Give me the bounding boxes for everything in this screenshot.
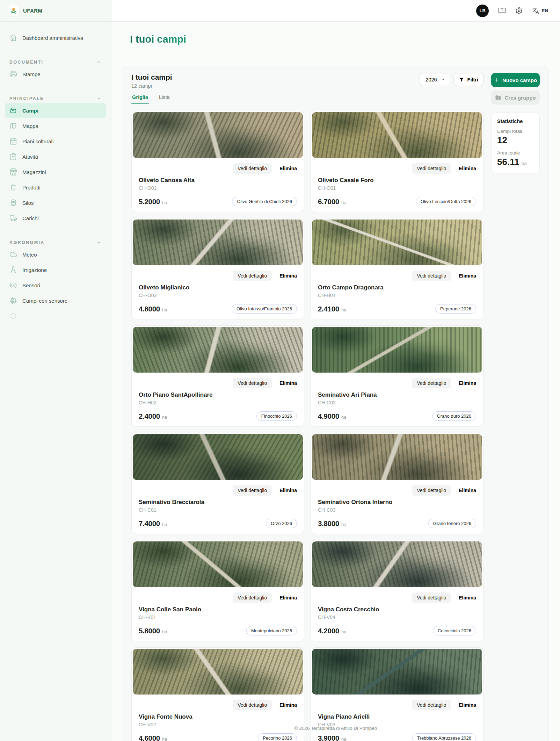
sidebar-item-stampe[interactable]: Stampe: [5, 66, 106, 82]
field-card-footer: 6.7000haOlivo Leccino/Dritta 2026: [318, 197, 476, 206]
sidebar-item-meteo[interactable]: Meteo: [5, 247, 106, 262]
field-card-actions: Vedi dettaglioElimina: [318, 700, 476, 710]
sidebar: UFARM Dashboard amministrativaDOCUMENTIS…: [0, 0, 111, 741]
stats-panel: Statistiche Campi totali 12 Area totale …: [491, 113, 540, 173]
crop-badge: Olivo Gentile di Chieti 2026: [232, 197, 297, 206]
sidebar-section-documenti[interactable]: DOCUMENTI: [5, 58, 106, 66]
field-card-actions: Vedi dettaglioElimina: [139, 592, 297, 603]
field-area-unit: ha: [341, 522, 346, 527]
field-card-footer: 4.6000haPecorino 2026: [139, 733, 297, 741]
settings-icon[interactable]: [515, 7, 523, 15]
field-card: Vedi dettaglioEliminaOliveto MiglianicoC…: [131, 218, 304, 319]
sidebar-item-piani-colturali[interactable]: Piani colturali: [5, 134, 106, 149]
delete-button[interactable]: Elimina: [459, 166, 476, 171]
tab-griglia[interactable]: Griglia: [131, 94, 149, 104]
delete-button[interactable]: Elimina: [459, 595, 476, 600]
view-detail-button[interactable]: Vedi dettaglio: [412, 592, 451, 603]
create-group-button[interactable]: Crea gruppo: [491, 91, 540, 105]
delete-button[interactable]: Elimina: [279, 166, 297, 171]
delete-button[interactable]: Elimina: [279, 380, 297, 386]
view-detail-button[interactable]: Vedi dettaglio: [412, 271, 451, 281]
field-area-unit: ha: [341, 736, 346, 741]
sidebar-item-attivita[interactable]: Attività: [5, 149, 106, 164]
view-detail-button[interactable]: Vedi dettaglio: [412, 700, 451, 710]
delete-button[interactable]: Elimina: [279, 488, 297, 493]
view-detail-button[interactable]: Vedi dettaglio: [412, 163, 451, 174]
year-select[interactable]: 2026: [420, 73, 450, 86]
field-satellite-image: [133, 541, 303, 587]
field-area-unit: ha: [341, 629, 346, 634]
field-area-value: 4.6000: [139, 734, 160, 741]
field-card: Vedi dettaglioEliminaOrto Piano SantApol…: [131, 325, 304, 427]
sidebar-item-prodotti[interactable]: Prodotti: [5, 180, 106, 195]
view-detail-button[interactable]: Vedi dettaglio: [233, 485, 272, 496]
new-field-button[interactable]: Nuovo campo: [491, 73, 540, 87]
silo-icon: [9, 199, 17, 207]
field-card-body: Vedi dettaglioEliminaSeminativo Brecciar…: [132, 481, 304, 534]
sidebar-item-sensori[interactable]: Sensori: [5, 278, 106, 293]
field-card-footer: 4.2000haCococciola 2026: [318, 626, 476, 635]
view-detail-button[interactable]: Vedi dettaglio: [233, 163, 272, 174]
sidebar-section-label: DOCUMENTI: [9, 60, 43, 65]
field-area: 4.6000ha: [139, 734, 167, 741]
delete-button[interactable]: Elimina: [279, 702, 297, 708]
filters-button[interactable]: Filtri: [453, 73, 483, 86]
sidebar-item-campi-con-sensore[interactable]: Campi con sensore: [5, 293, 106, 308]
field-card-actions: Vedi dettaglioElimina: [318, 271, 476, 281]
view-detail-button[interactable]: Vedi dettaglio: [233, 271, 272, 281]
delete-button[interactable]: Elimina: [459, 273, 476, 279]
sidebar-section-principale[interactable]: PRINCIPALE: [5, 94, 106, 103]
field-card-actions: Vedi dettaglioElimina: [318, 592, 476, 603]
field-area: 2.4100ha: [318, 305, 346, 313]
translate-icon: [532, 7, 539, 14]
circle-icon: [9, 312, 17, 320]
crop-badge: Grano tenero 2026: [428, 519, 476, 528]
field-area-value: 7.4000: [139, 519, 160, 528]
plant-logo-icon: [8, 5, 20, 17]
truck-icon: [9, 214, 17, 222]
brand-name: UFARM: [23, 8, 42, 14]
delete-button[interactable]: Elimina: [459, 488, 476, 493]
sidebar-item-silos[interactable]: Silos: [5, 195, 106, 210]
chevron-up-icon: [96, 240, 102, 245]
view-detail-button[interactable]: Vedi dettaglio: [233, 592, 272, 603]
sidebar-item-mappa[interactable]: Mappa: [5, 118, 106, 134]
topbar: LB EN: [111, 0, 560, 22]
view-detail-button[interactable]: Vedi dettaglio: [412, 378, 451, 388]
store-icon: [9, 168, 17, 176]
sidebar-item-label: Prodotti: [22, 185, 41, 190]
field-name: Orto Piano SantApollinare: [139, 391, 297, 398]
sidebar-item-carichi[interactable]: Carichi: [5, 210, 106, 226]
sidebar-section-agronomia[interactable]: AGRONOMIA: [5, 238, 106, 247]
field-area-unit: ha: [162, 200, 167, 205]
avatar[interactable]: LB: [476, 5, 489, 17]
year-select-value: 2026: [426, 77, 437, 82]
delete-button[interactable]: Elimina: [459, 380, 476, 386]
language-switcher[interactable]: EN: [532, 7, 548, 14]
field-card-footer: 3.9000haTrebbiano Abruzzese 2026: [318, 733, 476, 741]
field-card-body: Vedi dettaglioEliminaSeminativo Ortona I…: [311, 481, 483, 534]
panel-right: Nuovo campo Crea gruppo Statistiche Camp…: [491, 73, 540, 173]
sidebar-item-partial: [5, 308, 106, 324]
title-divider: [119, 50, 548, 50]
chevron-up-icon: [96, 96, 102, 101]
view-detail-button[interactable]: Vedi dettaglio: [233, 700, 272, 710]
field-code: CH-H02: [139, 400, 297, 405]
sidebar-item-label: Magazzini: [22, 169, 46, 175]
field-name: Oliveto Casale Foro: [318, 177, 476, 184]
delete-button[interactable]: Elimina: [279, 273, 297, 279]
delete-button[interactable]: Elimina: [459, 702, 476, 708]
delete-button[interactable]: Elimina: [279, 595, 297, 600]
field-area-value: 3.8000: [318, 519, 339, 528]
field-area-value: 4.2000: [318, 627, 339, 635]
book-icon[interactable]: [498, 7, 506, 15]
view-detail-button[interactable]: Vedi dettaglio: [233, 378, 272, 388]
sidebar-item-campi[interactable]: Campi: [5, 103, 106, 118]
sidebar-item-magazzini[interactable]: Magazzini: [5, 164, 106, 180]
tab-lista[interactable]: Lista: [158, 94, 170, 104]
sidebar-item-irrigazione[interactable]: Irrigazione: [5, 262, 106, 278]
sidebar-item-label: Stampe: [22, 71, 41, 77]
sidebar-item-dashboard-amministrativa[interactable]: Dashboard amministrativa: [5, 30, 106, 45]
view-tabs: GrigliaLista: [131, 94, 483, 104]
view-detail-button[interactable]: Vedi dettaglio: [412, 485, 451, 496]
